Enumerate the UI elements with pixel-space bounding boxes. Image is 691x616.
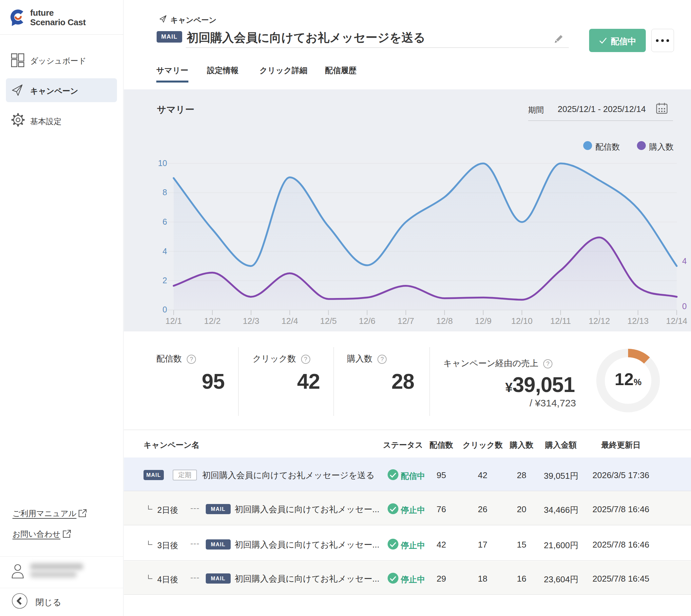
svg-text:12/11: 12/11 xyxy=(550,316,571,326)
svg-text:12/2: 12/2 xyxy=(204,316,221,326)
svg-text:2: 2 xyxy=(163,276,167,285)
svg-text:0: 0 xyxy=(682,302,687,311)
svg-text:4: 4 xyxy=(163,247,167,256)
svg-text:12/4: 12/4 xyxy=(281,316,298,326)
svg-text:12/12: 12/12 xyxy=(589,316,610,326)
svg-text:4: 4 xyxy=(682,257,687,266)
svg-text:0: 0 xyxy=(163,305,167,314)
svg-text:12/14: 12/14 xyxy=(666,316,687,326)
svg-text:12/1: 12/1 xyxy=(166,316,182,326)
svg-text:12/3: 12/3 xyxy=(243,316,259,326)
svg-text:12/13: 12/13 xyxy=(627,316,649,326)
svg-text:12/9: 12/9 xyxy=(475,316,492,326)
svg-text:6: 6 xyxy=(163,217,167,226)
svg-text:12/6: 12/6 xyxy=(359,316,375,326)
svg-text:10: 10 xyxy=(158,158,167,168)
svg-text:12/5: 12/5 xyxy=(320,316,337,326)
svg-text:8: 8 xyxy=(163,188,167,197)
svg-text:12/10: 12/10 xyxy=(511,316,533,326)
svg-text:12/7: 12/7 xyxy=(397,316,414,326)
svg-text:12/8: 12/8 xyxy=(436,316,453,326)
